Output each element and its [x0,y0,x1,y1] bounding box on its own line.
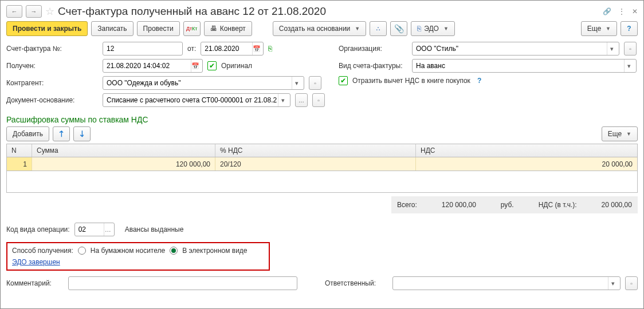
cell-n: 1 [7,157,32,171]
op-code-desc: Авансы выданные [125,225,184,233]
vat-total-label: НДС (в т.ч.): [539,201,577,209]
electronic-radio[interactable] [170,247,178,255]
window-title: Счет-фактура полученный на аванс 12 от 2… [58,5,326,18]
receive-mode-label: Способ получения: [12,247,73,255]
currency-label: руб. [501,201,514,209]
org-open-button[interactable]: ▫ [624,42,637,56]
totals-bar: Всего: 120 000,00 руб. НДС (в т.ч.): 20 … [391,196,638,213]
vat-total-value: 20 000,00 [602,201,632,209]
original-checkbox[interactable]: ✔ [207,61,217,70]
org-field[interactable]: ▾ [412,42,619,56]
move-down-button[interactable]: 🡓 [73,126,91,141]
dropdown-icon[interactable]: ▾ [607,42,616,55]
help-hint-icon[interactable]: ? [477,77,481,85]
hierarchy-icon: ⛬ [375,25,382,33]
more-icon[interactable]: ⋮ [618,7,625,15]
received-field[interactable]: 📅 [103,59,203,73]
cell-rate: 20/120 [215,157,416,171]
edo-status-link[interactable]: ЭДО завершен [12,258,60,266]
post-button[interactable]: Провести [137,21,180,36]
reflect-label: Отразить вычет НДС в книге покупок [352,77,470,85]
table-row[interactable]: 1 120 000,00 20/120 20 000,00 [6,157,638,171]
dtkt-button[interactable]: ДтКт [183,21,201,36]
col-sum[interactable]: Сумма [32,144,215,157]
more-button[interactable]: Еще▼ [581,21,617,36]
grid-header: N Сумма % НДС НДС [6,144,638,157]
dropdown-icon[interactable]: ▾ [278,94,288,106]
org-label: Организация: [339,45,407,53]
select-icon[interactable]: … [104,223,112,236]
invoice-date-field[interactable]: 📅 [201,42,264,56]
title-bar: ← → ☆ Счет-фактура полученный на аванс 1… [6,5,638,18]
total-label: Всего: [397,201,417,209]
basis-select-button[interactable]: … [295,93,308,107]
post-and-close-button[interactable]: Провести и закрыть [6,21,88,36]
convert-button[interactable]: 🖶Конверт [204,21,252,36]
edo-button[interactable]: ⎘ЭДО▼ [411,21,455,36]
kind-label: Вид счета-фактуры: [339,62,407,70]
calendar-icon[interactable]: 📅 [191,60,200,72]
attach-button[interactable]: 📎 [390,21,407,36]
app-window: ← → ☆ Счет-фактура полученный на аванс 1… [0,0,644,309]
op-code-field[interactable]: … [74,223,115,236]
total-value: 120 000,00 [442,201,476,209]
main-toolbar: Провести и закрыть Записать Провести ДтК… [6,21,638,36]
responsible-open-button[interactable]: ▫ [625,276,638,290]
partner-field[interactable]: ▾ [103,76,304,90]
basis-open-button[interactable]: ▫ [312,93,325,107]
forward-button[interactable]: → [26,5,42,18]
move-up-button[interactable]: 🡑 [53,126,70,141]
link-icon[interactable]: 🔗 [603,7,611,15]
arrow-up-icon: 🡑 [58,130,65,138]
from-label: от: [187,45,196,53]
favorite-icon[interactable]: ☆ [45,5,54,18]
invoice-num-field[interactable] [103,42,183,56]
paper-label: На бумажном носителе [91,247,165,255]
paper-radio[interactable] [78,247,86,255]
calendar-icon[interactable]: 📅 [252,42,261,55]
cell-sum: 120 000,00 [32,157,215,171]
col-vat[interactable]: НДС [416,144,637,157]
grid-empty-area[interactable] [6,171,638,193]
print-icon: 🖶 [210,25,217,33]
reflect-checkbox[interactable]: ✔ [339,76,348,85]
receive-mode-panel: Способ получения: На бумажном носителе В… [6,242,270,271]
back-button[interactable]: ← [6,5,22,18]
paperclip-icon: 📎 [394,24,404,33]
col-rate[interactable]: % НДС [215,144,416,157]
electronic-label: В электронном виде [182,247,247,255]
dropdown-icon[interactable]: ▾ [292,77,301,89]
dropdown-icon[interactable]: ▾ [624,60,634,72]
help-button[interactable]: ? [621,21,638,36]
save-button[interactable]: Записать [91,21,133,36]
op-code-label: Код вида операции: [6,225,70,233]
kind-field[interactable]: ▾ [412,59,637,73]
basis-field[interactable]: ▾ [103,93,290,107]
dropdown-icon[interactable]: ▾ [608,277,618,290]
col-n[interactable]: N [7,144,32,157]
edo-icon: ⎘ [417,25,421,33]
received-label: Получен: [6,62,98,70]
original-label: Оригинал [221,62,252,70]
close-icon[interactable]: ✕ [632,7,638,15]
partner-open-button[interactable]: ▫ [309,76,321,90]
partner-label: Контрагент: [6,79,98,87]
responsible-label: Ответственный: [325,279,388,287]
add-row-button[interactable]: Добавить [6,126,49,141]
status-icon[interactable]: ⎘ [268,45,272,53]
related-button[interactable]: ⛬ [370,21,387,36]
vat-section-title: Расшифровка суммы по ставкам НДС [6,115,638,124]
arrow-down-icon: 🡓 [78,130,86,138]
comment-label: Комментарий: [6,279,64,287]
grid-more-button[interactable]: Еще▼ [602,126,638,141]
cell-vat: 20 000,00 [416,157,637,171]
create-based-button[interactable]: Создать на основании▼ [273,21,366,36]
comment-field[interactable] [68,276,297,290]
responsible-field[interactable]: ▾ [392,276,621,290]
invoice-num-label: Счет-фактура №: [6,45,98,53]
basis-label: Документ-основание: [6,96,98,104]
